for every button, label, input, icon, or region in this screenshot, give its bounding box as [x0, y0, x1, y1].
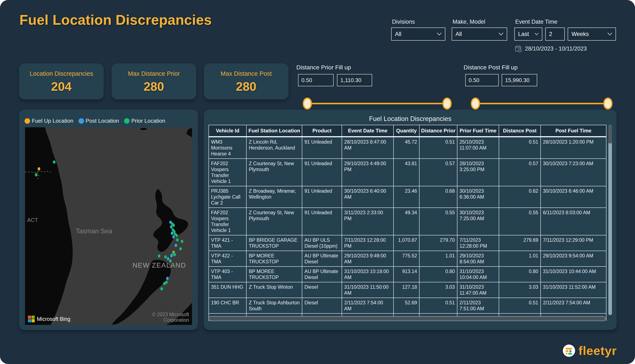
- legend-item[interactable]: Fuel Up Location: [25, 118, 74, 124]
- kpi-label: Location Discrepancies: [19, 70, 104, 77]
- distance-prior-slider-handle-max[interactable]: [442, 98, 452, 110]
- column-header[interactable]: Distance Prior: [419, 125, 457, 137]
- kpi-value: 280: [204, 79, 288, 94]
- table-cell: 91 Unleaded: [302, 208, 342, 235]
- distance-post-max-input[interactable]: [502, 74, 537, 86]
- table-cell: Z Truck Stop Ashburton South: [246, 298, 302, 314]
- table-panel: Fuel Location Discrepancies Vehicle IdFu…: [204, 110, 616, 330]
- table-cell: 279.70: [419, 235, 457, 251]
- map-point-prior: [169, 259, 172, 262]
- table-cell: 1,070.87: [394, 235, 419, 251]
- table-cell: Z Broadway, Miramar, Wellington: [246, 186, 302, 208]
- table-row[interactable]: PRJ385 Lychgate Call Car 2Z Broadway, Mi…: [209, 186, 606, 208]
- map-point-post: [167, 257, 170, 260]
- chevron-down-icon: [499, 32, 503, 36]
- chevron-down-icon: [607, 32, 612, 36]
- distance-prior-min-input[interactable]: [298, 74, 334, 86]
- kpi-max-distance-post: Max Distance Post 280: [204, 64, 288, 100]
- table-row[interactable]: VTP 403 - TMABP MOREE TRUCKSTOPAU BP Ult…: [209, 266, 606, 282]
- legend-item[interactable]: Post Location: [79, 118, 119, 124]
- table-cell: 3.03: [419, 282, 457, 298]
- brand-name: fleetyr: [578, 344, 617, 358]
- horizontal-scrollbar[interactable]: [208, 316, 605, 321]
- table-cell: 30/10/2023 7:23:00 AM: [541, 159, 606, 186]
- map-point-prior: [158, 254, 161, 258]
- table-cell: 127.18: [394, 282, 419, 298]
- table-cell: 29/10/2023 4:49:00 PM: [342, 159, 394, 186]
- table-row[interactable]: 351 DUN HHGZ Truck Stop WintonDiesel31/1…: [209, 282, 606, 298]
- relative-date-dropdown[interactable]: Last: [514, 28, 542, 40]
- column-header[interactable]: Distance Post: [499, 125, 541, 137]
- distance-prior-slider-track[interactable]: [307, 103, 447, 104]
- table-cell: 28/10/2023 3:25:00 PM: [457, 159, 499, 186]
- kpi-label: Max Distance Prior: [112, 70, 196, 77]
- table-cell: Z Lincoln Rd, Henderson, Auckland: [246, 137, 302, 159]
- distance-post-slider-handle-min[interactable]: [471, 98, 480, 110]
- distance-post-min-input[interactable]: [465, 74, 499, 86]
- map-point-post: [175, 244, 177, 247]
- table-cell: 775.52: [394, 251, 419, 266]
- distance-prior-slider-handle-min[interactable]: [303, 98, 312, 110]
- vertical-scrollbar-thumb[interactable]: [608, 125, 612, 144]
- column-header[interactable]: Vehicle Id: [209, 125, 246, 137]
- table-cell: 0.51: [419, 137, 457, 159]
- table-cell: 351 DUN HHG: [209, 282, 246, 298]
- distance-post-slider-handle-max[interactable]: [603, 98, 612, 110]
- table-row[interactable]: FAF202 Vospers Transfer Vehicle 1Z Court…: [209, 208, 606, 235]
- table-row[interactable]: FAF202 Vospers Transfer Vehicle 1Z Court…: [209, 159, 606, 186]
- relative-date-number-input[interactable]: [545, 28, 565, 40]
- table-cell: 43.81: [394, 159, 419, 186]
- column-header[interactable]: Product: [302, 125, 342, 137]
- table-cell: 45.72: [394, 137, 419, 159]
- table-cell: 91 Unleaded: [302, 137, 342, 159]
- table-row[interactable]: VTP 421 - TMABP BRIDGE GARAGE TRUCKSTOPA…: [209, 235, 606, 251]
- table-cell: 52.69: [394, 298, 419, 314]
- date-range-value: 28/10/2023 - 10/11/2023: [525, 46, 587, 52]
- kpi-value: 280: [112, 79, 196, 94]
- table-cell: 31/10/2023 11:50:00 AM: [342, 282, 394, 298]
- divisions-dropdown[interactable]: All: [391, 28, 445, 40]
- fleetyr-logo-icon: [562, 344, 575, 357]
- map-island: [140, 128, 147, 130]
- table-cell: 2/11/2023 7:51:00 AM: [457, 298, 499, 314]
- table-cell: 6/11/2023 8:03:00 AM: [541, 208, 606, 235]
- kpi-label: Max Distance Post: [204, 70, 288, 77]
- table-cell: 0.68: [419, 186, 457, 208]
- column-header[interactable]: Fuel Station Location: [246, 125, 302, 137]
- microsoft-logo-icon: [28, 316, 35, 322]
- event-date-time-label: Event Date Time: [515, 18, 557, 25]
- vertical-scrollbar[interactable]: [608, 125, 612, 315]
- table-cell: 7/11/2023 12:28:00 PM: [457, 235, 499, 251]
- map-point-fuel: [38, 167, 41, 170]
- column-header[interactable]: Post Fuel Time: [541, 125, 606, 137]
- page-title: Fuel Location Discrepancies: [20, 12, 212, 28]
- table-row[interactable]: WM3 Morrisons Hearse 4Z Lincoln Rd, Hend…: [209, 137, 606, 159]
- relative-date-unit-dropdown[interactable]: Weeks: [568, 28, 616, 40]
- make-model-dropdown[interactable]: All: [452, 28, 507, 40]
- table-row[interactable]: VTP 422 - TMABP MOREE TRUCKSTOPAU BP Ult…: [209, 251, 606, 266]
- table-cell: BP BRIDGE GARAGE TRUCKSTOP: [246, 235, 302, 251]
- table-cell: 25/10/2023 11:07:00 AM: [457, 137, 499, 159]
- table-cell: 30/10/2023 6:36:00 AM: [457, 186, 499, 208]
- table-row[interactable]: 190 CHC BRZ Truck Stop Ashburton SouthDi…: [209, 298, 606, 314]
- table-header-row: Vehicle IdFuel Station LocationProductEv…: [209, 125, 606, 137]
- map-legend: Fuel Up LocationPost LocationPrior Locat…: [25, 118, 165, 124]
- column-header[interactable]: Prior Fuel Time: [457, 125, 499, 137]
- table-cell: 0.55: [499, 208, 541, 235]
- column-header[interactable]: Event Date Time: [342, 125, 394, 137]
- table-cell: 91 Unleaded: [302, 186, 342, 208]
- table-cell: PRJ385 Lychgate Call Car 2: [209, 186, 246, 208]
- map-point-prior: [179, 247, 182, 250]
- legend-item[interactable]: Prior Location: [124, 118, 165, 124]
- table-cell: Z Courtenay St, New Plymouth: [246, 208, 302, 235]
- map[interactable]: ACT Tasman Sea NEW ZEALAND Microsoft Bin…: [25, 127, 192, 325]
- distance-prior-max-input[interactable]: [337, 74, 372, 86]
- table-cell: BP MOREE TRUCKSTOP: [246, 251, 302, 266]
- map-point-post: [171, 232, 174, 235]
- distance-post-slider-track[interactable]: [475, 103, 608, 104]
- column-header[interactable]: Quantity: [394, 125, 419, 137]
- map-point-post: [170, 254, 173, 258]
- legend-dot-icon: [79, 118, 84, 124]
- table-cell: 2/11/2023 7:54:00 AM: [342, 298, 394, 314]
- table-cell: 0.51: [419, 298, 457, 314]
